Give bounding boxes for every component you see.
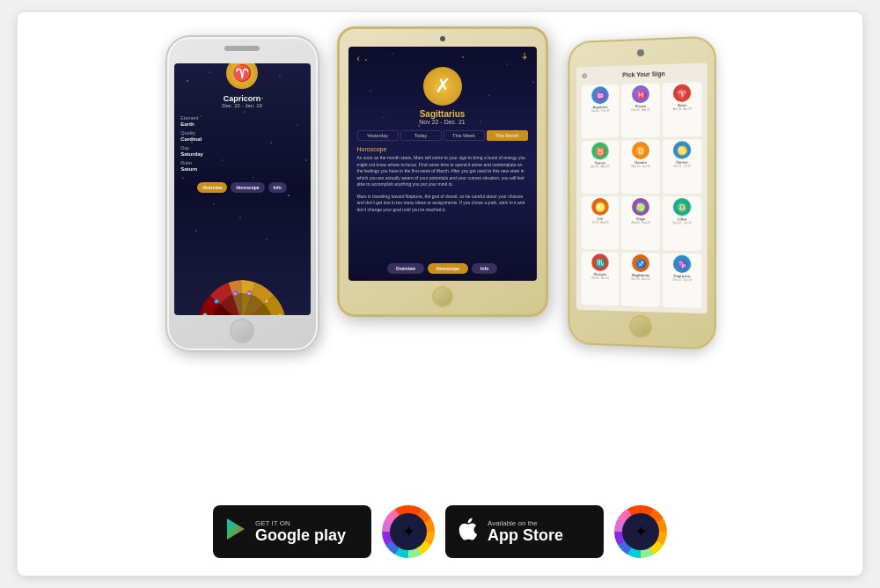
tablet-screen: ‹ ✈ ✗ Sagittarius Nov 22 - Dec. 21 Yeste…	[348, 47, 537, 281]
sign-circle-left: ♈	[226, 63, 258, 89]
horoscope-button[interactable]: Horoscope	[231, 182, 264, 193]
aries-icon-circle: ♈	[672, 84, 690, 102]
zodiac-item-aquarius[interactable]: ♒ Aquarius Jan 20 - Feb 18	[581, 85, 619, 138]
tab-today[interactable]: Today	[400, 130, 442, 141]
quality-label: Quality	[180, 130, 304, 136]
tab-this-week[interactable]: This Week	[444, 130, 485, 141]
zodiac-item-leo[interactable]: ♌ Leo Jul 23 - Aug 22	[581, 196, 619, 250]
google-play-badge[interactable]: GET IT ON Google play	[213, 505, 371, 558]
svg-point-6	[244, 111, 245, 112]
day-value: Saturday	[180, 151, 304, 157]
capricorn-icon-circle: ♑	[672, 255, 690, 274]
zodiac-item-gemini[interactable]: ♊ Gemini May 21 - Jun 20	[621, 140, 660, 194]
tablet-home-button[interactable]	[432, 286, 453, 307]
aries-symbol: ♈	[676, 88, 686, 98]
phone-notch-left	[224, 46, 260, 51]
day-label: Day	[180, 145, 304, 151]
devices-row: ‹ ✈ ♈ Capricorn Dec. 22 - Jan. 19 Elemen…	[35, 26, 845, 496]
tablet-horoscope-btn[interactable]: Horoscope	[428, 263, 468, 274]
zodiac-item-cancer[interactable]: ♋ Cancer Jun 21 - Jul 22	[662, 139, 701, 194]
tablet-bottom-buttons: Overview Horoscope Info	[357, 263, 528, 274]
zodiac-item-aries[interactable]: ♈ Aries Mar 21 - Apr 19	[662, 82, 701, 137]
tablet-overview-btn[interactable]: Overview	[387, 263, 424, 274]
svg-text:✕: ✕	[278, 312, 282, 315]
apple-icon	[456, 517, 480, 548]
element-label: Element	[180, 115, 304, 121]
tablet-nav: ‹ ✈	[357, 54, 528, 63]
svg-text:✗: ✗	[265, 298, 268, 304]
app-store-big-text: App Store	[488, 527, 563, 545]
taurus-dates: Apr 20 - May 20	[590, 165, 609, 168]
zodiac-item-libra[interactable]: ♎ Libra Sep 23 - Oct 22	[662, 196, 701, 251]
scorpio-symbol: ♏	[595, 258, 605, 268]
tablet-share-icon[interactable]: ✈	[522, 54, 528, 63]
phone-home-button-left[interactable]	[230, 319, 254, 343]
zodiac-wheel: ♏ ♐ ♑ ♒ ✗ ✕	[189, 271, 295, 315]
svg-point-0	[187, 80, 187, 81]
tablet-center: ‹ ✈ ✗ Sagittarius Nov 22 - Dec. 21 Yeste…	[337, 26, 548, 317]
gemini-symbol: ♊	[635, 145, 646, 155]
tablet-sign-circle: ✗	[423, 67, 462, 106]
sagittarius-dates: Nov 20 - Dec 21	[631, 277, 649, 281]
info-button[interactable]: Info	[268, 182, 287, 193]
libra-symbol: ♎	[676, 202, 686, 212]
tablet-back-icon[interactable]: ‹	[357, 54, 360, 63]
svg-point-35	[532, 81, 533, 82]
ruler-value: Saturn	[180, 166, 304, 172]
app-logo-center-2: ✦	[614, 505, 667, 558]
aquarius-symbol: ♒	[595, 91, 605, 100]
tablet-sign-dates: Nov 22 - Dec. 21	[419, 119, 466, 125]
zodiac-item-virgo[interactable]: ♍ Virgo Aug 23 - Sep 22	[621, 196, 660, 250]
app-symbol-1: ✦	[402, 522, 415, 541]
phone-right-screen: ⚙ Pick Your Sign ♒ Aquarius Jan 20 - Feb…	[576, 62, 707, 313]
svg-text:♑: ♑	[232, 290, 238, 297]
svg-point-15	[213, 203, 214, 204]
svg-point-14	[288, 195, 290, 196]
app-symbol-2: ✦	[634, 522, 648, 541]
svg-point-19	[266, 239, 267, 240]
taurus-icon-circle: ♉	[591, 142, 608, 159]
svg-point-30	[506, 64, 507, 65]
leo-icon-circle: ♌	[591, 198, 608, 216]
svg-point-16	[239, 217, 240, 218]
google-play-icon	[224, 517, 248, 548]
ruler-label: Ruler	[180, 160, 304, 165]
overview-button[interactable]: Overview	[197, 182, 227, 193]
phone-left: ‹ ✈ ♈ Capricorn Dec. 22 - Jan. 19 Elemen…	[165, 35, 319, 352]
settings-icon[interactable]: ⚙	[581, 72, 587, 80]
aries-dates: Mar 21 - Apr 19	[672, 107, 691, 112]
google-play-text: GET IT ON Google play	[255, 519, 346, 545]
zodiac-item-pisces[interactable]: ♓ Pisces Feb 19 - Mar 20	[621, 83, 660, 137]
tablet-camera	[440, 36, 445, 41]
sign-dates-left: Dec. 22 - Jan. 19	[222, 103, 262, 108]
gemini-icon-circle: ♊	[632, 142, 649, 159]
tab-yesterday[interactable]: Yesterday	[357, 130, 399, 141]
tab-this-month[interactable]: This Month	[487, 130, 528, 141]
svg-point-4	[261, 98, 262, 99]
zodiac-item-capricorn[interactable]: ♑ Capricorn Dec 22 - Jan 19	[662, 253, 701, 308]
pisces-icon-circle: ♓	[632, 85, 649, 104]
capricorn-dates: Dec 22 - Jan 19	[672, 278, 691, 283]
zodiac-item-scorpio[interactable]: ♏ Scorpio Oct 23 - Nov 21	[581, 252, 619, 305]
horoscope-text-2: Mars is travelling toward Neptune, the g…	[357, 194, 528, 214]
zodiac-item-taurus[interactable]: ♉ Taurus Apr 20 - May 20	[581, 140, 619, 194]
pisces-symbol: ♓	[635, 89, 646, 99]
horoscope-label: Horoscope	[357, 146, 387, 152]
right-screen-content: ⚙ Pick Your Sign ♒ Aquarius Jan 20 - Feb…	[576, 62, 707, 313]
tablet-sign-symbol: ✗	[435, 75, 451, 98]
leo-symbol: ♌	[595, 202, 605, 211]
phone-right: ⚙ Pick Your Sign ♒ Aquarius Jan 20 - Feb…	[568, 35, 715, 349]
phone-left-screen: ‹ ✈ ♈ Capricorn Dec. 22 - Jan. 19 Elemen…	[174, 63, 311, 315]
zodiac-item-sagittarius[interactable]: ♐ Sagittarius Nov 20 - Dec 21	[621, 253, 660, 307]
app-logo-inner-2: ✦	[622, 513, 659, 550]
phone-right-home-button[interactable]	[629, 315, 652, 339]
svg-point-11	[305, 159, 306, 160]
aquarius-icon-circle: ♒	[591, 86, 608, 104]
taurus-symbol: ♉	[595, 146, 605, 156]
tablet-tabs: Yesterday Today This Week This Month	[357, 130, 528, 141]
virgo-icon-circle: ♍	[632, 198, 649, 216]
app-store-badge[interactable]: Available on the App Store	[445, 505, 604, 558]
tablet-info-btn[interactable]: Info	[472, 263, 497, 274]
app-store-text: Available on the App Store	[488, 519, 563, 545]
svg-point-1	[209, 72, 209, 73]
